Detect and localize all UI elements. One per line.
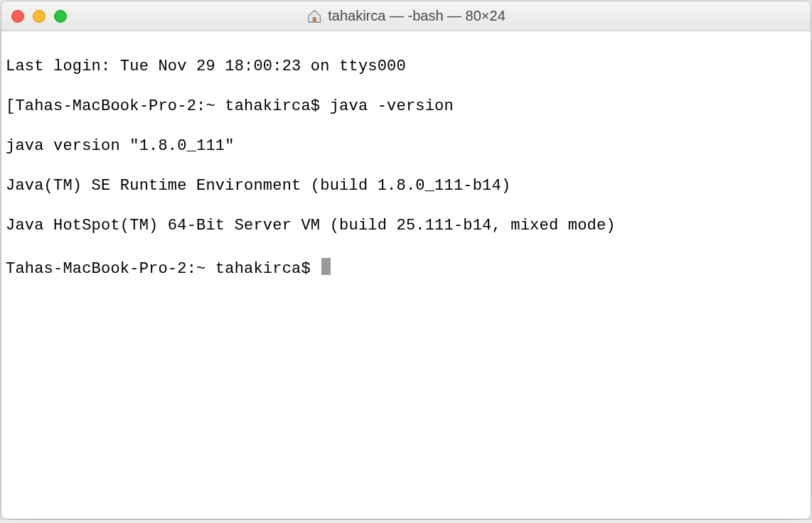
window-title-group: tahakirca — -bash — 80×24 [306,8,506,24]
window-title: tahakirca — -bash — 80×24 [328,8,506,24]
close-button[interactable] [11,10,24,23]
terminal-body[interactable]: Last login: Tue Nov 29 18:00:23 on ttys0… [1,31,811,519]
terminal-prompt: Tahas-MacBook-Pro-2:~ tahakirca$ [6,259,320,279]
terminal-window: tahakirca — -bash — 80×24 Last login: Tu… [1,1,811,519]
titlebar[interactable]: tahakirca — -bash — 80×24 [1,1,811,31]
terminal-line: Last login: Tue Nov 29 18:00:23 on ttys0… [6,57,806,77]
svg-rect-0 [313,17,316,21]
terminal-cursor [321,258,331,275]
minimize-button[interactable] [33,10,46,23]
maximize-button[interactable] [54,10,67,23]
terminal-line: [Tahas-MacBook-Pro-2:~ tahakirca$ java -… [6,97,806,117]
terminal-line: Java(TM) SE Runtime Environment (build 1… [6,176,806,196]
home-icon [306,9,322,24]
traffic-lights [1,10,67,23]
terminal-line: Java HotSpot(TM) 64-Bit Server VM (build… [6,216,806,236]
terminal-prompt-line: Tahas-MacBook-Pro-2:~ tahakirca$ [6,256,806,279]
terminal-line: java version "1.8.0_111" [6,136,806,156]
